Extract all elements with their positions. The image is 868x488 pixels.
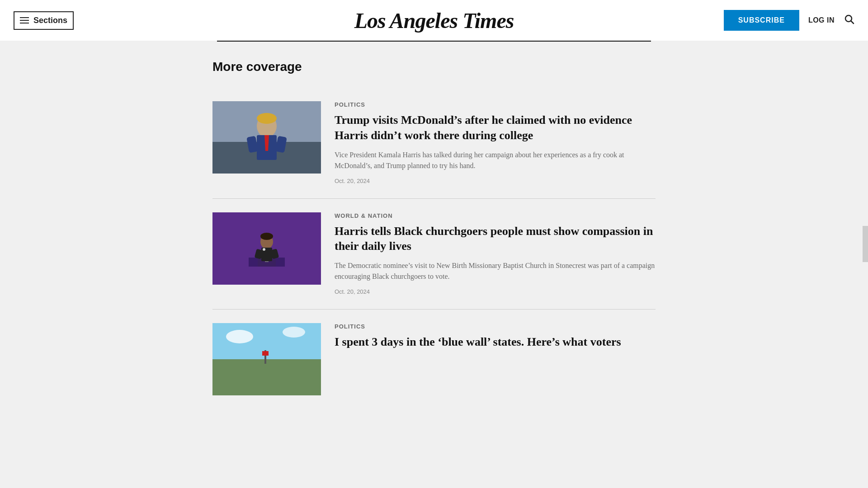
svg-point-22 [226, 330, 253, 343]
section-heading: More coverage [212, 60, 656, 74]
article-category: WORLD & NATION [335, 212, 656, 219]
article-title[interactable]: I spent 3 days in the ‘blue wall’ states… [335, 334, 656, 350]
article-summary: The Democratic nominee’s visit to New Bi… [335, 260, 656, 282]
logo-text: Los Angeles Times [354, 9, 514, 33]
article-card: POLITICS I spent 3 days in the ‘blue wal… [212, 310, 656, 395]
article-card: POLITICS Trump visits McDonald’s after h… [212, 88, 656, 199]
svg-rect-26 [262, 351, 269, 356]
article-card: WORLD & NATION Harris tells Black church… [212, 199, 656, 310]
article-content: WORLD & NATION Harris tells Black church… [335, 212, 656, 296]
article-image[interactable] [212, 101, 321, 174]
article-date: Oct. 20, 2024 [335, 288, 370, 295]
search-button[interactable] [844, 14, 854, 27]
search-icon [844, 14, 854, 24]
harris-image [212, 212, 321, 285]
article-image[interactable] [212, 323, 321, 395]
article-summary: Vice President Kamala Harris has talked … [335, 150, 656, 171]
article-date: Oct. 20, 2024 [335, 178, 370, 184]
sections-label: Sections [33, 16, 67, 25]
sections-button[interactable]: Sections [14, 11, 74, 30]
login-button[interactable]: LOG IN [808, 16, 835, 24]
article-content: POLITICS Trump visits McDonald’s after h… [335, 101, 656, 185]
scrollbar[interactable] [863, 226, 868, 262]
svg-point-9 [257, 113, 277, 124]
main-content: More coverage [212, 42, 656, 413]
site-logo[interactable]: Los Angeles Times [354, 8, 514, 33]
trump-image [212, 101, 321, 174]
article-category: POLITICS [335, 101, 656, 108]
article-content: POLITICS I spent 3 days in the ‘blue wal… [335, 323, 656, 356]
header-right: SUBSCRIBE LOG IN [724, 10, 854, 31]
blue-wall-illustration [212, 323, 321, 395]
svg-line-1 [851, 21, 854, 24]
harris-illustration [212, 212, 321, 285]
svg-rect-24 [212, 359, 321, 395]
blue-wall-image [212, 323, 321, 395]
svg-point-20 [260, 233, 273, 240]
subscribe-button[interactable]: SUBSCRIBE [724, 10, 799, 31]
article-image[interactable] [212, 212, 321, 285]
header-left: Sections [14, 11, 74, 30]
article-title[interactable]: Trump visits McDonald’s after he claimed… [335, 113, 656, 143]
svg-point-23 [283, 327, 305, 338]
svg-point-17 [263, 248, 265, 251]
article-category: POLITICS [335, 323, 656, 330]
trump-illustration [212, 101, 321, 174]
hamburger-icon [20, 17, 29, 23]
site-header: Sections Los Angeles Times SUBSCRIBE LOG… [0, 0, 868, 41]
article-title[interactable]: Harris tells Black churchgoers people mu… [335, 224, 656, 254]
